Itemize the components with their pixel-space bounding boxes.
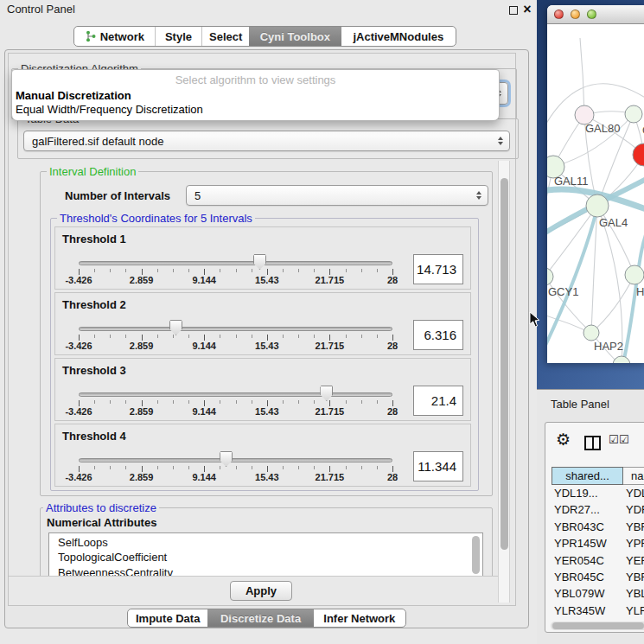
network-canvas[interactable]: GAL80GCGAL11GAL4GCY1HHAP2 [547, 24, 644, 363]
table-row[interactable]: YBR043CYBR0 [552, 519, 644, 535]
tick-label: 15.43 [244, 341, 290, 351]
tick-mark [377, 335, 378, 338]
network-node[interactable] [583, 325, 599, 341]
threshold-slider-thumb[interactable] [220, 451, 233, 467]
table-row[interactable]: YIL052CYIL0 [552, 619, 644, 621]
tick-mark [236, 466, 237, 469]
table-horizontal-scrollbar[interactable] [551, 622, 644, 630]
list-item[interactable]: SelfLoops [49, 535, 482, 550]
threshold-slider-track[interactable] [79, 327, 392, 331]
tick-mark [142, 466, 143, 472]
checkbox-icon[interactable]: ☑ [609, 433, 619, 446]
tab-label: jActiveMNodules [353, 30, 443, 43]
threshold-value-field[interactable]: 11.344 [413, 451, 463, 481]
tick-mark [173, 269, 174, 272]
tick-label: 9.144 [181, 472, 227, 482]
tick-label: 21.715 [306, 406, 353, 417]
tab-impute-data[interactable]: Impute Data [128, 609, 207, 627]
cell-name: YPR1 [626, 535, 644, 552]
network-node[interactable] [613, 356, 630, 363]
tab-infer-network[interactable]: Infer Network [314, 609, 405, 627]
cell-name: YIL0 [626, 619, 644, 621]
tick-mark [236, 335, 237, 338]
tick-mark [173, 335, 174, 338]
threshold-slider-track[interactable] [79, 261, 392, 265]
table-panel-title: Table Panel [551, 398, 609, 411]
table-row[interactable]: YER054CYER0 [552, 552, 644, 569]
network-node[interactable] [547, 268, 553, 285]
float-window-icon[interactable] [509, 6, 518, 15]
tick-mark [142, 335, 143, 341]
tick-label: 9.144 [181, 406, 227, 417]
popup-option-manual-discretization[interactable]: Manual Discretization [16, 89, 131, 102]
table-data-combo[interactable]: galFiltered.sif default node [23, 131, 510, 151]
threshold-slider-thumb[interactable] [253, 254, 266, 270]
threshold-value-field[interactable]: 14.713 [413, 254, 463, 284]
network-node[interactable] [586, 194, 609, 217]
numeric-attr-list[interactable]: SelfLoopsTopologicalCoefficientBetweenne… [48, 532, 483, 577]
list-item[interactable]: BetweennessCentrality [49, 565, 482, 577]
table-row[interactable]: YLR345WYLR3 [552, 603, 644, 619]
tab-cyni-toolbox[interactable]: Cyni Toolbox [249, 27, 341, 46]
tick-mark [110, 400, 111, 404]
mac-minimize-button[interactable] [571, 10, 580, 19]
threshold-slider-track[interactable] [79, 458, 392, 462]
tab-discretize-data[interactable]: Discretize Data [207, 609, 313, 627]
tick-mark [94, 269, 95, 272]
cell-shared-name: YPR145W [554, 535, 607, 552]
table-row[interactable]: YBL079WYBL0 [552, 585, 644, 602]
threshold-value-field[interactable]: 6.316 [413, 320, 463, 350]
tick-mark [361, 400, 362, 404]
table-rows: YDL19...YDL1YDR27...YDR2YBR043CYBR0YPR14… [552, 485, 644, 621]
close-icon[interactable]: × [520, 1, 535, 18]
list-scrollbar[interactable] [472, 536, 480, 574]
tab-label: Network [100, 30, 144, 43]
tick-mark [346, 335, 347, 338]
column-header-name[interactable]: name [623, 467, 644, 485]
table-row[interactable]: YDR27...YDR2 [552, 501, 644, 518]
gear-icon[interactable]: ⚙ [556, 430, 571, 450]
table-row[interactable]: YBR045CYBR0 [552, 569, 644, 585]
table-row[interactable]: YPR145WYPR1 [552, 535, 644, 552]
network-node[interactable] [625, 265, 644, 284]
tick-mark [346, 400, 347, 404]
threshold-slider-track[interactable] [79, 392, 392, 397]
threshold-slider-thumb[interactable] [169, 320, 182, 335]
split-columns-icon[interactable] [584, 436, 601, 450]
tick-mark [283, 269, 284, 272]
scrollbar-thumb[interactable] [501, 178, 508, 550]
tick-mark [377, 400, 378, 404]
scrollbar-thumb[interactable] [552, 622, 644, 629]
tick-label: -3.426 [55, 341, 102, 351]
tab-network[interactable]: Network [74, 27, 155, 46]
tick-label: 21.715 [306, 275, 353, 285]
settings-vertical-scrollbar[interactable] [498, 161, 510, 603]
top-tabbar: Network Style Select Cyni Toolbox jActiv… [73, 26, 456, 47]
network-window-titlebar [547, 5, 644, 24]
tab-select[interactable]: Select [201, 27, 249, 46]
tick-mark [314, 335, 315, 338]
tab-jactivemnodules[interactable]: jActiveMNodules [341, 27, 456, 46]
tick-label: 21.715 [306, 341, 353, 351]
network-node[interactable] [625, 105, 642, 123]
threshold-value-field[interactable]: 21.4 [413, 386, 463, 416]
apply-button[interactable]: Apply [230, 581, 292, 601]
checkbox-icon[interactable]: ☑ [619, 433, 629, 446]
tick-mark [204, 269, 205, 275]
column-header-shared-name[interactable]: shared... [552, 467, 623, 485]
node-label: HAP2 [594, 340, 623, 353]
tick-mark [392, 466, 393, 472]
tick-mark [94, 466, 95, 469]
cell-shared-name: YLR345W [554, 603, 605, 619]
tick-mark [79, 269, 80, 275]
list-item[interactable]: TopologicalCoefficient [49, 550, 482, 564]
tab-style[interactable]: Style [155, 27, 202, 46]
number-of-intervals-combo[interactable]: 5 [186, 185, 488, 206]
control-panel-titlebar: Control Panel × [0, 0, 537, 19]
threshold-slider-thumb[interactable] [320, 386, 333, 401]
table-row[interactable]: YDL19...YDL1 [552, 485, 644, 501]
mac-close-button[interactable] [554, 10, 564, 19]
popup-option-equal-width-frequency[interactable]: Equal Width/Frequency Discretization [16, 103, 203, 116]
network-edge [547, 167, 553, 251]
mac-zoom-button[interactable] [587, 10, 596, 19]
